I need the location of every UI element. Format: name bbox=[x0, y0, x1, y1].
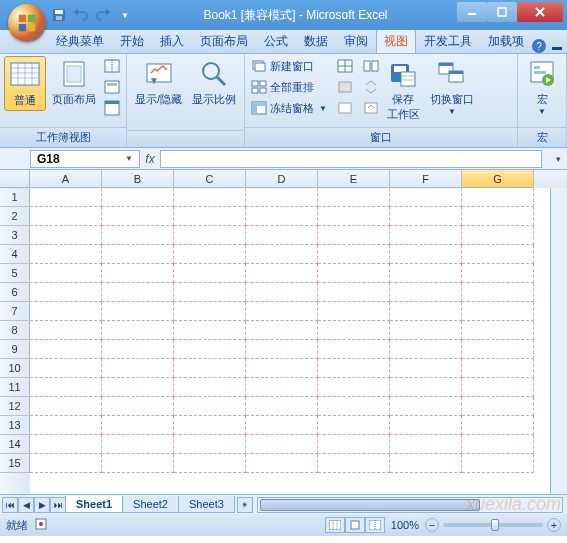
cell-B5[interactable] bbox=[102, 264, 174, 283]
cell-B14[interactable] bbox=[102, 435, 174, 454]
page-layout-status-button[interactable] bbox=[345, 517, 365, 533]
cell-A11[interactable] bbox=[30, 378, 102, 397]
horizontal-scrollbar[interactable] bbox=[257, 497, 563, 513]
zoom-out-button[interactable]: − bbox=[425, 518, 439, 532]
freeze-panes-button[interactable]: 冻结窗格▼ bbox=[249, 98, 329, 118]
cell-D2[interactable] bbox=[246, 207, 318, 226]
cell-F14[interactable] bbox=[390, 435, 462, 454]
row-header-5[interactable]: 5 bbox=[0, 264, 30, 283]
cell-B9[interactable] bbox=[102, 340, 174, 359]
col-header-F[interactable]: F bbox=[390, 170, 462, 188]
tab-数据[interactable]: 数据 bbox=[296, 29, 336, 53]
sheet-tab-Sheet2[interactable]: Sheet2 bbox=[122, 496, 179, 513]
cell-B12[interactable] bbox=[102, 397, 174, 416]
col-header-D[interactable]: D bbox=[246, 170, 318, 188]
cell-D6[interactable] bbox=[246, 283, 318, 302]
col-header-E[interactable]: E bbox=[318, 170, 390, 188]
close-button[interactable] bbox=[517, 2, 563, 22]
cell-E9[interactable] bbox=[318, 340, 390, 359]
save-workspace-button[interactable]: 保存 工作区 bbox=[383, 56, 424, 124]
cell-A6[interactable] bbox=[30, 283, 102, 302]
cell-G8[interactable] bbox=[462, 321, 534, 340]
cell-A10[interactable] bbox=[30, 359, 102, 378]
cell-G6[interactable] bbox=[462, 283, 534, 302]
cell-C5[interactable] bbox=[174, 264, 246, 283]
arrange-all-button[interactable]: 全部重排 bbox=[249, 77, 329, 97]
cell-D10[interactable] bbox=[246, 359, 318, 378]
cell-D11[interactable] bbox=[246, 378, 318, 397]
qat-dropdown-icon[interactable]: ▼ bbox=[116, 6, 134, 24]
fullscreen-button[interactable] bbox=[102, 98, 122, 118]
cell-G13[interactable] bbox=[462, 416, 534, 435]
name-box[interactable]: G18 ▼ bbox=[30, 150, 140, 168]
macros-button[interactable]: 宏▼ bbox=[522, 56, 562, 118]
cell-E7[interactable] bbox=[318, 302, 390, 321]
row-header-9[interactable]: 9 bbox=[0, 340, 30, 359]
cell-D5[interactable] bbox=[246, 264, 318, 283]
cell-A15[interactable] bbox=[30, 454, 102, 473]
sheet-tab-Sheet3[interactable]: Sheet3 bbox=[178, 496, 235, 513]
custom-views-button[interactable] bbox=[102, 77, 122, 97]
cell-G14[interactable] bbox=[462, 435, 534, 454]
cell-B4[interactable] bbox=[102, 245, 174, 264]
sheet-nav-last[interactable]: ⏭ bbox=[50, 497, 66, 513]
sheet-nav-next[interactable]: ▶ bbox=[34, 497, 50, 513]
view-side-by-side-button[interactable] bbox=[361, 56, 381, 76]
row-header-7[interactable]: 7 bbox=[0, 302, 30, 321]
cell-C12[interactable] bbox=[174, 397, 246, 416]
cell-A1[interactable] bbox=[30, 188, 102, 207]
tab-页面布局[interactable]: 页面布局 bbox=[192, 29, 256, 53]
cell-F5[interactable] bbox=[390, 264, 462, 283]
cell-D13[interactable] bbox=[246, 416, 318, 435]
zoom-level[interactable]: 100% bbox=[391, 519, 419, 531]
cell-D15[interactable] bbox=[246, 454, 318, 473]
cell-C9[interactable] bbox=[174, 340, 246, 359]
cell-G10[interactable] bbox=[462, 359, 534, 378]
undo-icon[interactable] bbox=[72, 6, 90, 24]
cell-A7[interactable] bbox=[30, 302, 102, 321]
cell-G1[interactable] bbox=[462, 188, 534, 207]
cell-F3[interactable] bbox=[390, 226, 462, 245]
cell-C10[interactable] bbox=[174, 359, 246, 378]
zoom-in-button[interactable]: + bbox=[547, 518, 561, 532]
sync-scroll-button[interactable] bbox=[361, 77, 381, 97]
pagebreak-preview-button[interactable] bbox=[102, 56, 122, 76]
normal-view-button[interactable]: 普通 bbox=[4, 56, 46, 111]
cell-C11[interactable] bbox=[174, 378, 246, 397]
split-button[interactable] bbox=[335, 56, 355, 76]
cell-A9[interactable] bbox=[30, 340, 102, 359]
hide-button[interactable] bbox=[335, 77, 355, 97]
cell-E14[interactable] bbox=[318, 435, 390, 454]
row-header-12[interactable]: 12 bbox=[0, 397, 30, 416]
sheet-nav-first[interactable]: ⏮ bbox=[2, 497, 18, 513]
cell-B8[interactable] bbox=[102, 321, 174, 340]
cell-F1[interactable] bbox=[390, 188, 462, 207]
cell-C2[interactable] bbox=[174, 207, 246, 226]
tab-加载项[interactable]: 加载项 bbox=[480, 29, 532, 53]
cell-C1[interactable] bbox=[174, 188, 246, 207]
cell-B11[interactable] bbox=[102, 378, 174, 397]
cell-C7[interactable] bbox=[174, 302, 246, 321]
unhide-button[interactable] bbox=[335, 98, 355, 118]
tab-开发工具[interactable]: 开发工具 bbox=[416, 29, 480, 53]
row-header-8[interactable]: 8 bbox=[0, 321, 30, 340]
cell-G9[interactable] bbox=[462, 340, 534, 359]
formula-expand-icon[interactable]: ▾ bbox=[550, 154, 567, 164]
tab-开始[interactable]: 开始 bbox=[112, 29, 152, 53]
cell-F8[interactable] bbox=[390, 321, 462, 340]
cell-E3[interactable] bbox=[318, 226, 390, 245]
namebox-dropdown-icon[interactable]: ▼ bbox=[125, 154, 133, 163]
cell-E6[interactable] bbox=[318, 283, 390, 302]
col-header-C[interactable]: C bbox=[174, 170, 246, 188]
cell-E13[interactable] bbox=[318, 416, 390, 435]
redo-icon[interactable] bbox=[94, 6, 112, 24]
cell-G15[interactable] bbox=[462, 454, 534, 473]
select-all-corner[interactable] bbox=[0, 170, 30, 188]
row-header-6[interactable]: 6 bbox=[0, 283, 30, 302]
cell-A5[interactable] bbox=[30, 264, 102, 283]
page-layout-button[interactable]: 页面布局 bbox=[48, 56, 100, 109]
row-header-11[interactable]: 11 bbox=[0, 378, 30, 397]
cell-G11[interactable] bbox=[462, 378, 534, 397]
new-window-button[interactable]: 新建窗口 bbox=[249, 56, 329, 76]
sheet-nav-prev[interactable]: ◀ bbox=[18, 497, 34, 513]
